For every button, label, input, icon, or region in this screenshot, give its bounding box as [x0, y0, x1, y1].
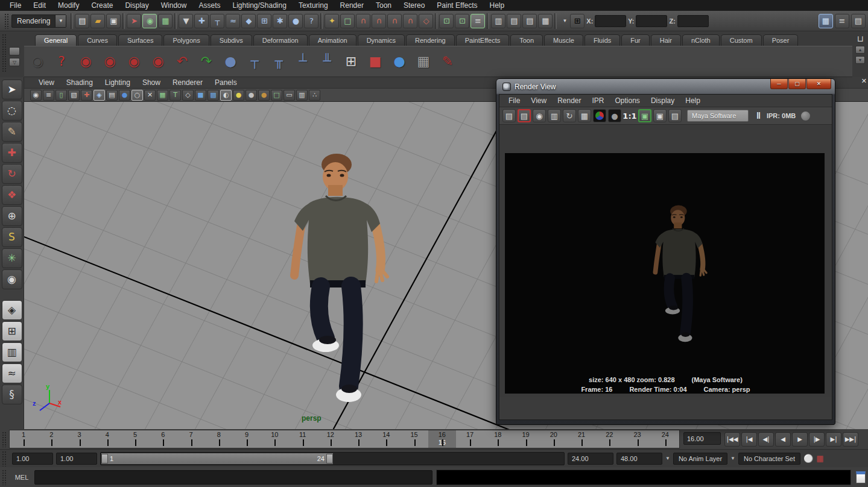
move-tool[interactable]: ✚ [2, 143, 22, 163]
shelf-collapse-arrow[interactable]: ▽ [9, 58, 20, 66]
tab-painteffects[interactable]: PaintEffects [456, 34, 510, 46]
mel-label[interactable]: MEL [13, 474, 31, 481]
menu-stereo[interactable]: Stereo [398, 0, 431, 11]
rv-menu-ipr[interactable]: IPR [587, 95, 610, 107]
range-end-handle[interactable] [326, 454, 333, 463]
persp-graph-layout-button[interactable]: ≈ [2, 363, 22, 383]
isolate-select-icon[interactable]: □ [271, 90, 282, 101]
step-forward-key-button[interactable]: ▶| [826, 432, 841, 447]
ui-toggle-button[interactable] [9, 47, 20, 55]
hypergraph-icon[interactable]: ⊞ [340, 51, 362, 72]
minimize-button[interactable]: ─ [770, 79, 788, 89]
bookmarks-icon[interactable]: ▯ [55, 90, 67, 101]
frame-cell[interactable]: 19 [512, 430, 540, 448]
panel-menu-renderer[interactable]: Renderer [166, 77, 209, 88]
auto-keyframe-icon[interactable]: ⚪ [803, 454, 813, 463]
frame-cell[interactable]: 23 [624, 430, 651, 448]
mask-rendering-icon[interactable]: ● [288, 14, 303, 28]
frame-cell[interactable]: 11 [289, 430, 317, 448]
menu-modify[interactable]: Modify [52, 0, 85, 11]
snap-grid-icon[interactable]: ∩ [356, 14, 370, 28]
frame-cell[interactable]: 15 [401, 430, 428, 448]
y-field[interactable] [636, 15, 667, 27]
z-field[interactable] [677, 15, 709, 27]
tab-toon[interactable]: Toon [510, 34, 543, 46]
tab-animation[interactable]: Animation [309, 34, 356, 46]
cmdbar-grip[interactable] [2, 470, 7, 485]
snap-curve-icon[interactable]: ∩ [372, 14, 386, 28]
panel-menu-shading[interactable]: Shading [60, 77, 99, 88]
frame-cell[interactable]: 22 [595, 430, 623, 448]
frame-cell[interactable]: 9 [233, 430, 261, 448]
playback-end-field[interactable] [568, 453, 613, 465]
tab-ncloth[interactable]: nCloth [682, 34, 720, 46]
grid-toggle-icon[interactable]: ◈ [93, 90, 105, 101]
tool-settings-icon[interactable]: ≡ [835, 14, 849, 28]
frame-cell[interactable]: 3 [66, 430, 93, 448]
frame-cell[interactable]: 2 [37, 430, 65, 448]
mask-curves-icon[interactable]: ≈ [226, 14, 240, 28]
frame-cell[interactable]: 20 [540, 430, 568, 448]
image-plane-icon[interactable]: ▧ [68, 90, 80, 101]
camera-dolly-icon[interactable]: ◉ [147, 51, 169, 72]
share-view-icon[interactable]: ∴ [309, 90, 320, 101]
animation-start-field[interactable] [12, 453, 53, 465]
save-scene-icon[interactable]: ▣ [106, 14, 121, 28]
single-perspective-layout-button[interactable]: ◈ [2, 300, 22, 320]
camera-orbit-icon[interactable]: ◉ [75, 51, 97, 72]
ik-spline-icon[interactable]: ┴ [292, 51, 314, 72]
alpha-channel-icon[interactable]: ● [608, 109, 621, 122]
tab-rendering[interactable]: Rendering [406, 34, 455, 46]
open-render-settings-icon[interactable]: ▤ [668, 109, 682, 122]
ipr-render-icon[interactable]: ▤ [522, 14, 537, 28]
highlight-selection-icon[interactable]: □ [340, 14, 355, 28]
tab-subdivs[interactable]: Subdivs [211, 34, 252, 46]
frame-cell[interactable]: 18 [484, 430, 512, 448]
character-set-dropdown[interactable]: No Character Set [738, 453, 800, 465]
select-template-icon[interactable]: ■ [364, 51, 386, 72]
last-tool[interactable]: ◉ [2, 269, 22, 289]
render-current-frame-icon[interactable]: ▤ [507, 14, 521, 28]
mask-dropdown-icon[interactable]: ▼ [179, 14, 193, 28]
make-live-icon[interactable]: ◇ [419, 14, 433, 28]
select-object-icon[interactable]: ◉ [142, 14, 157, 28]
frame-cell[interactable]: 7 [177, 430, 205, 448]
keep-image-icon[interactable]: ▣ [638, 109, 651, 122]
menu-lighting-shading[interactable]: Lighting/Shading [226, 0, 292, 11]
menu-texturing[interactable]: Texturing [293, 0, 334, 11]
menu-help[interactable]: Help [484, 0, 511, 11]
help-line-icon[interactable]: ? [51, 51, 72, 72]
maya-logo-layout-button[interactable]: § [2, 385, 22, 404]
safe-action-icon[interactable]: ▦ [157, 90, 168, 101]
snapshot-icon[interactable]: ◉ [533, 109, 546, 122]
frame-cell[interactable]: 10 [261, 430, 288, 448]
rgb-channels-icon[interactable] [593, 109, 606, 122]
redo-previous-render-icon[interactable]: ▤ [518, 109, 531, 122]
universal-manipulator-tool[interactable]: ⊕ [2, 206, 22, 226]
maximize-button[interactable]: ▢ [788, 79, 806, 89]
tab-dynamics[interactable]: Dynamics [358, 34, 405, 46]
ik-handle-icon[interactable]: ╥ [268, 51, 290, 72]
panel-menu-panels[interactable]: Panels [209, 77, 243, 88]
frame-track[interactable]: 1 2 3 4 5 6 7 8 [9, 430, 680, 448]
script-editor-icon[interactable] [856, 471, 866, 483]
frame-cell[interactable]: 16 16 [428, 430, 456, 448]
new-scene-icon[interactable]: ▤ [75, 14, 89, 28]
torn-off-panel-icon[interactable]: ▥ [296, 90, 308, 101]
ambient-light-icon[interactable]: ● [233, 90, 244, 101]
mel-input[interactable] [34, 470, 432, 485]
shelf-scroll-up-button[interactable]: ▲ [855, 46, 865, 54]
playback-range-bar[interactable]: 1 24 [101, 453, 333, 464]
mask-handles-icon[interactable]: ✚ [194, 14, 209, 28]
assign-material-icon[interactable]: ● [388, 51, 410, 72]
flat-light-icon[interactable]: ● [246, 90, 257, 101]
tab-muscle[interactable]: Muscle [544, 34, 583, 46]
pause-ipr-button[interactable]: ‖ [756, 111, 761, 121]
tab-curves[interactable]: Curves [78, 34, 117, 46]
step-forward-frame-button[interactable]: |▶ [809, 432, 825, 447]
anim-layer-dropdown[interactable]: No Anim Layer [673, 453, 727, 465]
renderer-dropdown[interactable]: Maya Software [687, 110, 749, 122]
textured-mode-icon[interactable]: ▩ [207, 90, 219, 101]
transform-mode-dropdown-icon[interactable]: ▼ [562, 18, 567, 24]
snap-point-icon[interactable]: ∩ [387, 14, 402, 28]
